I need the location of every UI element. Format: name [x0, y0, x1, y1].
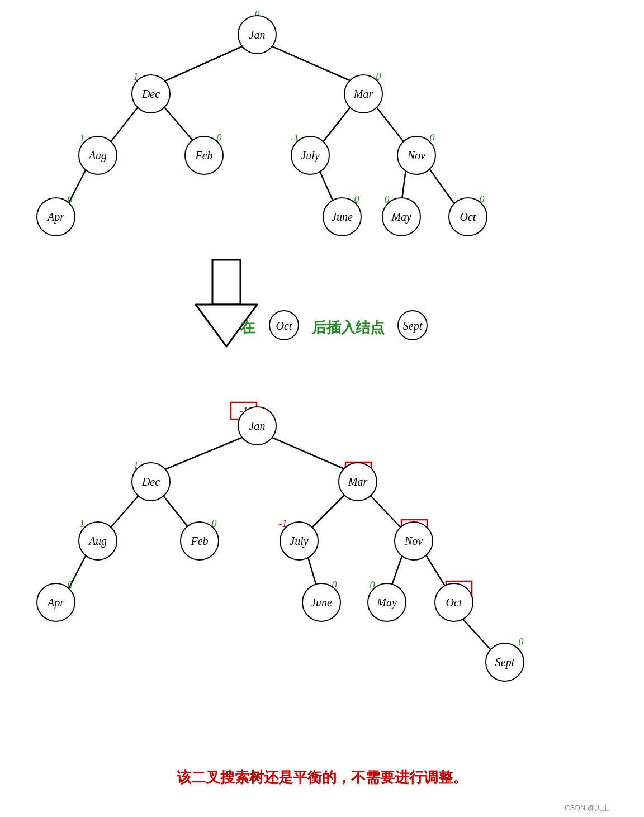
t1-jan-label: Jan: [249, 28, 266, 41]
t1-july-label: July: [301, 149, 319, 162]
t2-july-label: July: [290, 535, 308, 548]
annotation-oct: Oct: [276, 320, 292, 332]
svg-line-1: [268, 45, 351, 81]
t2-apr-label: Apr: [46, 596, 64, 609]
t2-sept-balance: 0: [519, 636, 524, 648]
t1-aug-label: Aug: [88, 149, 107, 162]
t2-sept-label: Sept: [495, 656, 515, 669]
t1-june-label: June: [332, 211, 353, 223]
svg-line-4: [323, 103, 353, 142]
t2-feb-label: Feb: [190, 535, 208, 547]
t2-mar-label: Mar: [348, 476, 368, 488]
svg-rect-21: [212, 260, 240, 305]
svg-line-3: [161, 103, 195, 142]
svg-line-26: [268, 436, 345, 469]
svg-line-9: [427, 165, 454, 204]
t2-dec-label: Dec: [141, 476, 160, 488]
annotation: 在 Oct 后插入结点 Sept: [240, 311, 427, 340]
diagram-svg: 0 Jan 1 Dec 0 Mar 1 Aug 0 Feb -1 July 0 …: [0, 0, 644, 817]
tree1-nodes: 0 Jan 1 Dec 0 Mar 1 Aug 0 Feb -1 July 0 …: [37, 9, 487, 236]
footer-text: 该二叉搜索树还是平衡的，不需要进行调整。: [177, 769, 467, 786]
tree2-nodes: -1 Jan 1 Dec -1 Mar 1 Aug 0 Feb -1 July …: [37, 402, 524, 681]
t2-nov-label: Nov: [404, 535, 423, 547]
annotation-text2: 后插入结点: [311, 319, 385, 336]
t2-may-label: May: [376, 596, 397, 609]
svg-line-34: [424, 552, 447, 590]
svg-line-25: [165, 436, 246, 469]
t1-mar-label: Mar: [353, 88, 373, 100]
svg-line-0: [165, 45, 246, 81]
svg-line-27: [110, 493, 141, 528]
t1-feb-label: Feb: [195, 149, 212, 162]
t2-aug-label: Aug: [88, 535, 107, 548]
main-container: 0 Jan 1 Dec 0 Mar 1 Aug 0 Feb -1 July 0 …: [0, 0, 644, 817]
t1-dec-label: Dec: [141, 88, 160, 100]
t1-apr-label: Apr: [46, 211, 64, 224]
t2-june-label: June: [311, 596, 332, 609]
svg-line-2: [110, 103, 141, 142]
t1-oct-label: Oct: [460, 211, 476, 223]
svg-line-30: [368, 493, 401, 528]
t2-jan-label: Jan: [249, 420, 266, 432]
tree1-edges: [68, 45, 454, 204]
watermark: CSDN @天上: [565, 804, 609, 812]
t2-oct-label: Oct: [446, 596, 462, 609]
svg-line-29: [311, 493, 347, 528]
t1-may-label: May: [391, 211, 411, 224]
svg-line-28: [161, 493, 189, 528]
t1-nov-label: Nov: [407, 149, 425, 162]
annotation-text1: 在: [240, 319, 255, 336]
annotation-sept: Sept: [403, 320, 423, 332]
svg-line-5: [373, 103, 404, 142]
